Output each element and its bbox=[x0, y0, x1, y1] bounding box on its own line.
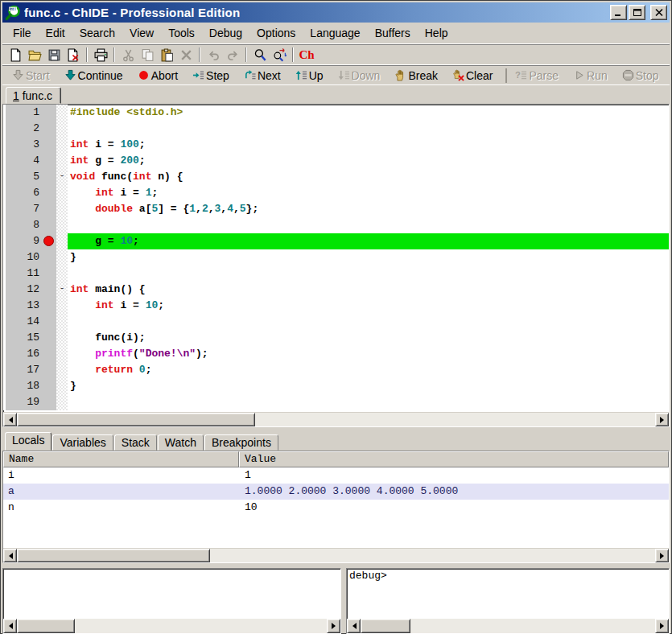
breakpoint-gutter[interactable] bbox=[43, 217, 56, 233]
breakpoint-gutter[interactable] bbox=[43, 330, 56, 346]
code-text[interactable]: int main() { bbox=[68, 282, 669, 298]
fold-gutter[interactable] bbox=[56, 249, 68, 266]
locals-row[interactable]: i1 bbox=[3, 467, 669, 484]
breakpoint-gutter[interactable] bbox=[43, 153, 56, 169]
code-text[interactable]: int g = 200; bbox=[68, 153, 669, 169]
breakpoint-gutter[interactable] bbox=[43, 266, 56, 282]
delete-button[interactable] bbox=[176, 46, 196, 64]
code-text[interactable]: g = 10; bbox=[68, 233, 669, 249]
undo-button[interactable] bbox=[204, 46, 223, 64]
new-button[interactable] bbox=[6, 46, 25, 64]
fold-gutter[interactable] bbox=[56, 346, 68, 362]
fold-gutter[interactable] bbox=[56, 121, 68, 137]
copy-button[interactable] bbox=[138, 46, 157, 64]
scroll-thumb[interactable] bbox=[361, 619, 410, 633]
step-button[interactable]: Step bbox=[191, 69, 231, 82]
tab-watch[interactable]: Watch bbox=[158, 434, 204, 451]
console-hscrollbar[interactable] bbox=[347, 619, 669, 633]
line-number-gutter[interactable]: 18 bbox=[6, 378, 43, 394]
line-number-gutter[interactable]: 9 bbox=[6, 233, 43, 249]
scroll-right-button[interactable] bbox=[655, 413, 669, 426]
code-text[interactable]: func(i); bbox=[68, 330, 669, 346]
closedoc-button[interactable] bbox=[64, 46, 83, 64]
breakpoint-gutter[interactable] bbox=[43, 282, 56, 298]
scroll-right-button[interactable] bbox=[655, 549, 669, 562]
scroll-left-button[interactable] bbox=[3, 619, 17, 633]
line-number-gutter[interactable]: 15 bbox=[6, 330, 43, 346]
code-text[interactable]: void func(int n) { bbox=[68, 169, 669, 185]
scroll-left-button[interactable] bbox=[347, 619, 361, 633]
code-text[interactable]: } bbox=[68, 378, 669, 394]
locals-hscrollbar[interactable] bbox=[3, 548, 669, 562]
find-button[interactable] bbox=[250, 46, 270, 64]
fold-gutter[interactable] bbox=[56, 394, 68, 410]
line-number-gutter[interactable]: 2 bbox=[6, 121, 43, 137]
continue-button[interactable]: Continue bbox=[63, 69, 125, 82]
scroll-track[interactable] bbox=[17, 619, 327, 633]
menu-tools[interactable]: Tools bbox=[161, 24, 202, 42]
code-text[interactable] bbox=[68, 314, 669, 330]
column-header-value[interactable]: Value bbox=[239, 451, 669, 467]
menu-view[interactable]: View bbox=[122, 24, 161, 42]
breakpoint-gutter[interactable] bbox=[43, 169, 56, 185]
debug-prompt[interactable]: debug> bbox=[347, 569, 669, 619]
open-button[interactable] bbox=[25, 46, 44, 64]
fold-gutter[interactable] bbox=[56, 137, 68, 153]
menu-debug[interactable]: Debug bbox=[202, 24, 249, 42]
column-header-name[interactable]: Name bbox=[3, 451, 239, 467]
code-text[interactable] bbox=[68, 394, 669, 410]
code-text[interactable]: printf("Done!\n"); bbox=[68, 346, 669, 362]
breakpoint-gutter[interactable] bbox=[43, 378, 56, 394]
code-text[interactable]: #include <stdio.h> bbox=[68, 105, 669, 121]
code-text[interactable] bbox=[68, 121, 669, 137]
fold-gutter[interactable]: - bbox=[56, 169, 68, 185]
breakpoint-gutter[interactable] bbox=[43, 314, 56, 330]
redo-button[interactable] bbox=[223, 46, 242, 64]
breakpoint-gutter[interactable] bbox=[43, 233, 56, 249]
fold-gutter[interactable] bbox=[56, 298, 68, 314]
fold-gutter[interactable] bbox=[56, 330, 68, 346]
menu-file[interactable]: File bbox=[6, 24, 39, 42]
breakpoint-gutter[interactable] bbox=[43, 185, 56, 201]
line-number-gutter[interactable]: 12 bbox=[6, 282, 43, 298]
line-number-gutter[interactable]: 16 bbox=[6, 346, 43, 362]
menu-edit[interactable]: Edit bbox=[39, 24, 72, 42]
breakpoint-gutter[interactable] bbox=[43, 105, 56, 121]
line-number-gutter[interactable]: 6 bbox=[6, 185, 43, 201]
line-number-gutter[interactable]: 5 bbox=[6, 169, 43, 185]
line-number-gutter[interactable]: 19 bbox=[6, 394, 43, 410]
locals-row[interactable]: a1.0000 2.0000 3.0000 4.0000 5.0000 bbox=[3, 484, 669, 500]
line-number-gutter[interactable]: 7 bbox=[6, 201, 43, 217]
tab-locals[interactable]: Locals bbox=[5, 432, 52, 451]
breakpoint-gutter[interactable] bbox=[43, 394, 56, 410]
line-number-gutter[interactable]: 13 bbox=[6, 298, 43, 314]
breakpoint-gutter[interactable] bbox=[43, 346, 56, 362]
menu-search[interactable]: Search bbox=[72, 24, 122, 42]
breakpoint-icon[interactable] bbox=[43, 236, 54, 246]
clear-button[interactable]: Clear bbox=[451, 69, 494, 82]
menu-buffers[interactable]: Buffers bbox=[368, 24, 418, 42]
code-text[interactable]: int i = 10; bbox=[68, 298, 669, 314]
up-button[interactable]: Up bbox=[294, 69, 325, 82]
fold-gutter[interactable] bbox=[56, 105, 68, 121]
minimize-button[interactable] bbox=[610, 5, 627, 20]
scroll-track[interactable] bbox=[17, 549, 655, 562]
code-text[interactable] bbox=[68, 266, 669, 282]
output-hscrollbar[interactable] bbox=[3, 619, 340, 633]
close-button[interactable] bbox=[650, 5, 667, 20]
next-button[interactable]: Next bbox=[242, 69, 282, 82]
scroll-right-button[interactable] bbox=[655, 619, 669, 633]
breakpoint-gutter[interactable] bbox=[43, 201, 56, 217]
fold-gutter[interactable] bbox=[56, 378, 68, 394]
fold-gutter[interactable]: - bbox=[56, 282, 68, 298]
paste-button[interactable] bbox=[157, 46, 176, 64]
print-button[interactable] bbox=[91, 46, 110, 64]
save-button[interactable] bbox=[44, 46, 64, 64]
code-text[interactable]: } bbox=[68, 249, 669, 266]
code-text[interactable]: int i = 100; bbox=[68, 137, 669, 153]
fold-gutter[interactable] bbox=[56, 153, 68, 169]
scroll-thumb[interactable] bbox=[17, 413, 255, 426]
breakpoint-gutter[interactable] bbox=[43, 298, 56, 314]
code-text[interactable]: double a[5] = {1,2,3,4,5}; bbox=[68, 201, 669, 217]
fold-gutter[interactable] bbox=[56, 266, 68, 282]
